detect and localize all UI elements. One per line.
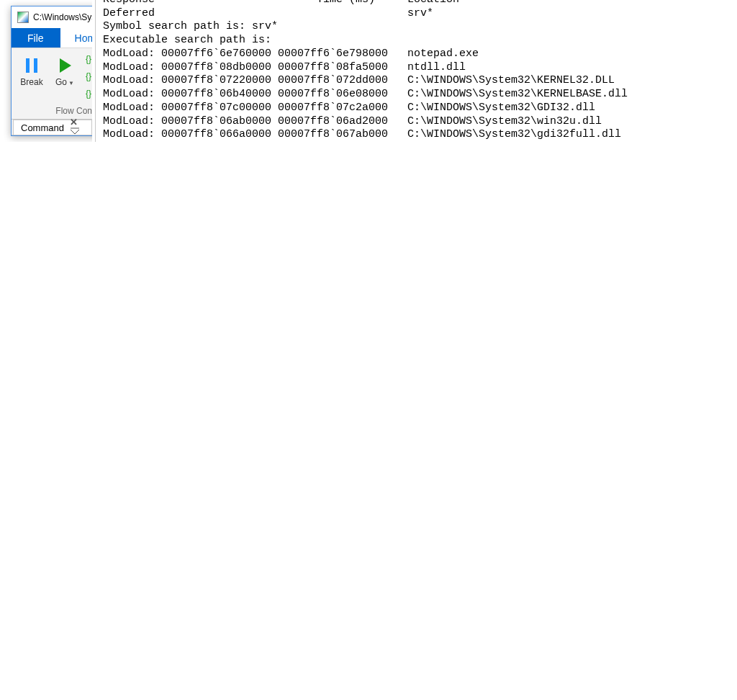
close-icon[interactable]: ✕ xyxy=(70,117,84,138)
pause-icon xyxy=(22,53,42,78)
panel-tab-label: Command xyxy=(21,122,64,133)
panel-options-button[interactable] xyxy=(70,127,80,138)
app-window: C:\Windows\System32\notepad.exe - WinDbg… xyxy=(11,6,726,136)
tab-file[interactable]: File xyxy=(12,28,60,48)
terminal-text[interactable]: Microsoft (R) Windows Debugger Version 1… xyxy=(96,0,737,142)
go-button[interactable]: Go▼ xyxy=(49,51,81,104)
chevron-down-icon: ▼ xyxy=(68,80,74,86)
break-button[interactable]: Break xyxy=(16,51,48,104)
svg-rect-5 xyxy=(34,58,37,73)
panel-header: Command ✕ Microsoft (R) Windows Debugger… xyxy=(12,120,725,135)
app-icon xyxy=(17,12,29,23)
command-output[interactable]: Microsoft (R) Windows Debugger Version 1… xyxy=(95,0,737,142)
play-icon xyxy=(55,53,75,78)
svg-rect-4 xyxy=(26,58,30,73)
command-panel-tab[interactable]: Command ✕ xyxy=(13,120,92,135)
command-panel: Microsoft (R) Windows Debugger Version 1… xyxy=(92,0,737,142)
